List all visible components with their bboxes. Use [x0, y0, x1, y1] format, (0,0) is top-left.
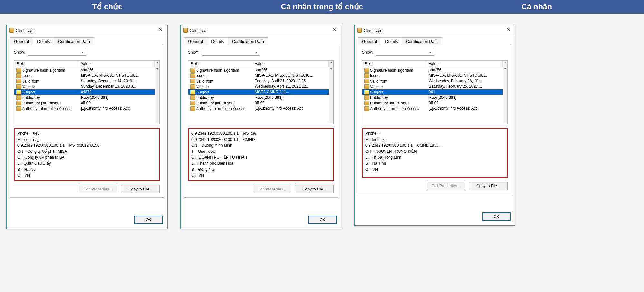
table-row[interactable]: Valid from Tuesday, April 21, 2020 12:05…: [188, 78, 329, 84]
table-body: Signature hash algorithm sha256 Issuer M…: [188, 67, 329, 123]
field-icon: [364, 106, 369, 111]
show-select[interactable]: [376, 49, 434, 56]
titlebar[interactable]: Certificate ✕: [7, 25, 167, 35]
table-row[interactable]: Signature hash algorithm sha256: [188, 67, 329, 73]
scroll-up-icon[interactable]: [504, 62, 506, 63]
tab-general[interactable]: General: [10, 37, 33, 45]
subject-detail-box[interactable]: Phone = 043 E = contact_ 0.9.2342.192003…: [14, 128, 160, 181]
field-value: [1]Authority Info Access: Acc: [79, 106, 155, 111]
column-header-value[interactable]: Value: [253, 61, 329, 67]
scrollbar-track[interactable]: [503, 67, 507, 123]
close-icon: ✕: [158, 27, 162, 32]
tab-strip: GeneralDetailsCertification Path: [358, 37, 512, 45]
ok-button[interactable]: OK: [308, 216, 337, 224]
field-icon: [16, 106, 21, 111]
ok-button[interactable]: OK: [482, 212, 511, 221]
table-row[interactable]: Issuer MISA-CA, MISA JOINT STOCK ...: [14, 73, 155, 78]
show-select[interactable]: [28, 49, 86, 56]
table-row[interactable]: Valid from Wednesday, February 26, 20...: [362, 78, 503, 84]
field-value: RSA (2048 Bits): [427, 95, 503, 100]
tab-general[interactable]: General: [358, 37, 381, 45]
table-row[interactable]: Valid to Wednesday, April 21, 2021 12...: [188, 84, 329, 89]
tab-certification-path[interactable]: Certification Path: [54, 37, 94, 45]
table-row[interactable]: Valid to Sunday, December 13, 2020 8...: [14, 84, 155, 89]
column-header-field[interactable]: Field: [362, 61, 427, 67]
copy-to-file-button[interactable]: Copy to File...: [295, 185, 334, 193]
field-value: MST:3 CMND:111...: [253, 90, 329, 94]
field-icon: [190, 95, 195, 100]
field-icon: [190, 73, 195, 78]
scrollbar[interactable]: [155, 61, 159, 67]
table-row[interactable]: Subject MST:3 CMND:111...: [188, 89, 329, 95]
table-row[interactable]: Public key parameters 05 00: [362, 100, 503, 106]
table-row[interactable]: Public key parameters 05 00: [188, 100, 329, 106]
field-icon: [190, 101, 195, 105]
certificate-dialog: Certificate ✕ GeneralDetailsCertificatio…: [354, 25, 515, 226]
tab-details[interactable]: Details: [207, 37, 228, 45]
tab-certification-path[interactable]: Certification Path: [402, 37, 442, 45]
table-row[interactable]: Public key RSA (2048 Bits): [188, 95, 329, 100]
show-label: Show:: [188, 50, 199, 54]
subject-detail-box[interactable]: 0.9.2342.19200300.100.1.1 = MST:36 0.9.2…: [188, 128, 334, 181]
table-row[interactable]: Subject 04379: [14, 89, 155, 95]
table-row[interactable]: Subject 091: [362, 89, 503, 95]
titlebar[interactable]: Certificate ✕: [355, 25, 515, 35]
column-header-value[interactable]: Value: [79, 61, 155, 67]
scroll-up-icon[interactable]: [156, 62, 158, 63]
show-label: Show:: [14, 50, 25, 54]
chevron-down-icon: [255, 52, 258, 53]
table-row[interactable]: Issuer MISA-CA1, MISA JOIN STOCK ...: [188, 73, 329, 78]
column-header-value[interactable]: Value: [427, 61, 503, 67]
tab-details[interactable]: Details: [33, 37, 54, 45]
table-row[interactable]: Signature hash algorithm sha256: [14, 67, 155, 73]
close-icon: ✕: [332, 27, 336, 32]
table-row[interactable]: Issuer MISA-CA, MISA JOINT STOCK ...: [362, 73, 503, 78]
tab-details[interactable]: Details: [381, 37, 402, 45]
table-row[interactable]: Public key RSA (2048 Bits): [362, 95, 503, 100]
titlebar[interactable]: Certificate ✕: [181, 25, 341, 35]
table-row[interactable]: Valid to Saturday, February 25, 2023 ...: [362, 84, 503, 89]
copy-to-file-button[interactable]: Copy to File...: [469, 182, 508, 190]
field-name: Public key parameters: [370, 101, 409, 105]
close-button[interactable]: ✕: [330, 27, 339, 34]
chevron-down-icon: [81, 52, 84, 53]
field-name: Public key parameters: [22, 101, 61, 105]
close-button[interactable]: ✕: [504, 27, 513, 34]
column-header-field[interactable]: Field: [14, 61, 79, 67]
table-row[interactable]: Authority Information Access [1]Authorit…: [362, 106, 503, 111]
scroll-up-icon[interactable]: [330, 62, 332, 63]
scrollbar-track[interactable]: [155, 67, 159, 123]
field-name: Issuer: [370, 73, 381, 78]
close-button[interactable]: ✕: [156, 27, 165, 34]
certificate-icon: [9, 28, 14, 33]
show-select[interactable]: [202, 49, 260, 56]
copy-to-file-button[interactable]: Copy to File...: [121, 185, 160, 193]
subject-detail-box[interactable]: Phone = E = kienntk 0.9.2342.19200300.10…: [362, 128, 508, 178]
column-header-field[interactable]: Field: [188, 61, 253, 67]
table-row[interactable]: Valid from Saturday, December 14, 2019..…: [14, 78, 155, 84]
field-value: Wednesday, April 21, 2021 12...: [253, 84, 329, 89]
scroll-down-icon[interactable]: [156, 68, 158, 70]
fields-table[interactable]: Field Value Signature hash algorithm sha…: [14, 60, 160, 124]
tab-certification-path[interactable]: Certification Path: [228, 37, 268, 45]
table-row[interactable]: Public key parameters 05 00: [14, 100, 155, 106]
ok-button[interactable]: OK: [134, 216, 163, 224]
table-row[interactable]: Authority Information Access [1]Authorit…: [14, 106, 155, 111]
scroll-down-icon[interactable]: [504, 68, 506, 70]
table-row[interactable]: Authority Information Access [1]Authorit…: [188, 106, 329, 111]
scrollbar[interactable]: [503, 61, 507, 67]
field-icon: [16, 73, 21, 78]
table-row[interactable]: Signature hash algorithm sha256: [362, 67, 503, 73]
field-value: Saturday, December 14, 2019...: [79, 79, 155, 83]
tab-general[interactable]: General: [184, 37, 207, 45]
fields-table[interactable]: Field Value Signature hash algorithm sha…: [362, 60, 508, 124]
scrollbar[interactable]: [329, 61, 333, 67]
field-name: Valid from: [370, 79, 387, 83]
edit-properties-button: Edit Properties...: [79, 185, 117, 193]
field-name: Signature hash algorithm: [22, 68, 65, 73]
fields-table[interactable]: Field Value Signature hash algorithm sha…: [188, 60, 334, 124]
scroll-down-icon[interactable]: [330, 68, 332, 70]
table-row[interactable]: Public key RSA (2048 Bits): [14, 95, 155, 100]
scrollbar-track[interactable]: [329, 67, 333, 123]
field-icon: [364, 95, 369, 100]
